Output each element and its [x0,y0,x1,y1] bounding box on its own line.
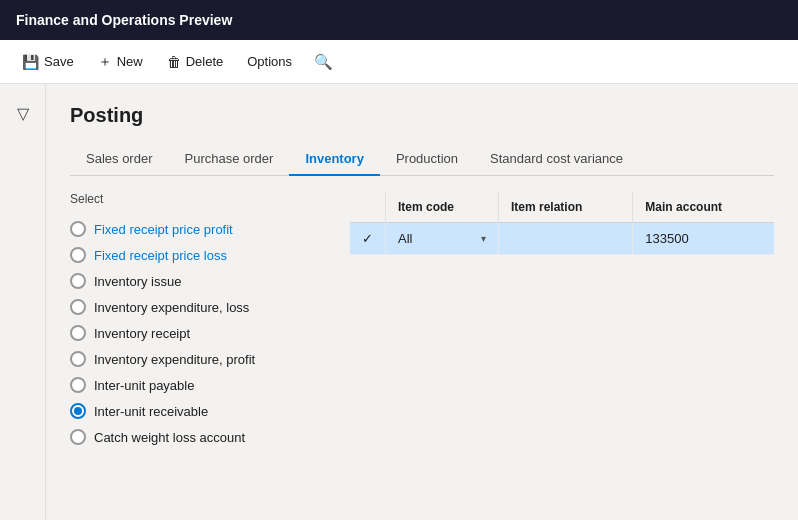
radio-circle-fixed-receipt-profit [70,221,86,237]
item-code-dropdown-icon-0[interactable]: ▾ [481,233,486,244]
two-col-layout: Select Fixed receipt price profitFixed r… [70,192,774,508]
radio-label-catch-weight-loss: Catch weight loss account [94,430,245,445]
new-button[interactable]: ＋ New [88,47,153,77]
radio-item-fixed-receipt-loss[interactable]: Fixed receipt price loss [70,242,330,268]
row-item-relation-0[interactable] [498,223,632,255]
radio-circle-inventory-receipt [70,325,86,341]
item-code-value-0: All [398,231,412,246]
radio-circle-inventory-exp-profit [70,351,86,367]
table-row-0[interactable]: ✓All▾133500 [350,223,774,255]
radio-label-inventory-issue: Inventory issue [94,274,181,289]
table-header-row: Item codeItem relationMain account [350,192,774,223]
filter-icon[interactable]: ▽ [9,96,37,131]
radio-item-inventory-issue[interactable]: Inventory issue [70,268,330,294]
toolbar: 💾 Save ＋ New 🗑 Delete Options 🔍 [0,40,798,84]
search-icon: 🔍 [314,53,333,71]
radio-circle-fixed-receipt-loss [70,247,86,263]
save-icon: 💾 [22,54,39,70]
radio-list: Fixed receipt price profitFixed receipt … [70,216,330,450]
col-header-check [350,192,386,223]
options-label: Options [247,54,292,69]
radio-item-inter-unit-receivable[interactable]: Inter-unit receivable [70,398,330,424]
tab-standard-cost[interactable]: Standard cost variance [474,143,639,176]
tab-production[interactable]: Production [380,143,474,176]
radio-label-inventory-exp-profit: Inventory expenditure, profit [94,352,255,367]
radio-circle-inventory-exp-loss [70,299,86,315]
top-bar: Finance and Operations Preview [0,0,798,40]
row-main-account-0[interactable]: 133500 [633,223,774,255]
sidebar: ▽ [0,84,46,520]
tab-bar: Sales orderPurchase orderInventoryProduc… [70,143,774,176]
right-panel: Item codeItem relationMain account ✓All▾… [350,192,774,508]
radio-label-inventory-receipt: Inventory receipt [94,326,190,341]
radio-link-fixed-receipt-profit[interactable]: Fixed receipt price profit [94,222,233,237]
col-header-item-code: Item code [386,192,499,223]
radio-link-fixed-receipt-loss[interactable]: Fixed receipt price loss [94,248,227,263]
row-item-code-0[interactable]: All▾ [386,223,499,255]
radio-circle-inter-unit-payable [70,377,86,393]
tab-inventory[interactable]: Inventory [289,143,380,176]
content-area: Posting Sales orderPurchase orderInvento… [46,84,798,520]
save-button[interactable]: 💾 Save [12,48,84,76]
radio-circle-catch-weight-loss [70,429,86,445]
data-table: Item codeItem relationMain account ✓All▾… [350,192,774,255]
radio-item-inventory-exp-loss[interactable]: Inventory expenditure, loss [70,294,330,320]
radio-circle-inter-unit-receivable [70,403,86,419]
new-icon: ＋ [98,53,112,71]
save-label: Save [44,54,74,69]
col-header-main-account: Main account [633,192,774,223]
app-title: Finance and Operations Preview [16,12,232,28]
tab-purchase-order[interactable]: Purchase order [168,143,289,176]
new-label: New [117,54,143,69]
options-button[interactable]: Options [237,48,302,75]
left-panel: Select Fixed receipt price profitFixed r… [70,192,350,508]
radio-item-catch-weight-loss[interactable]: Catch weight loss account [70,424,330,450]
main-layout: ▽ Posting Sales orderPurchase orderInven… [0,84,798,520]
radio-label-inter-unit-receivable: Inter-unit receivable [94,404,208,419]
radio-label-inventory-exp-loss: Inventory expenditure, loss [94,300,249,315]
delete-icon: 🗑 [167,54,181,70]
row-check-0: ✓ [350,223,386,255]
radio-item-fixed-receipt-profit[interactable]: Fixed receipt price profit [70,216,330,242]
search-button[interactable]: 🔍 [306,49,341,75]
radio-label-inter-unit-payable: Inter-unit payable [94,378,194,393]
tab-sales-order[interactable]: Sales order [70,143,168,176]
delete-label: Delete [186,54,224,69]
radio-item-inventory-exp-profit[interactable]: Inventory expenditure, profit [70,346,330,372]
delete-button[interactable]: 🗑 Delete [157,48,234,76]
col-header-item-relation: Item relation [498,192,632,223]
page-title: Posting [70,104,774,127]
radio-item-inter-unit-payable[interactable]: Inter-unit payable [70,372,330,398]
table-body: ✓All▾133500 [350,223,774,255]
select-label: Select [70,192,330,206]
radio-item-inventory-receipt[interactable]: Inventory receipt [70,320,330,346]
radio-circle-inventory-issue [70,273,86,289]
